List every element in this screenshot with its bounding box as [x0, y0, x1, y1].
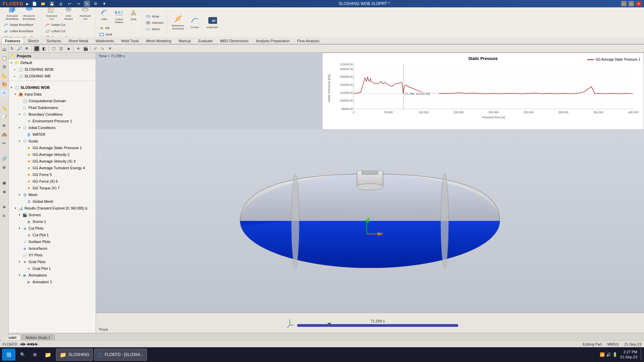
tab-mold-tools[interactable]: Mold Tools — [117, 38, 142, 44]
tree-fluid-sub[interactable]: ▸ ⬡ Fluid Subdomains — [9, 104, 96, 111]
swept-cut-btn[interactable]: Swept Cut — [44, 22, 93, 28]
start-button[interactable]: ⊞ — [2, 349, 15, 361]
tree-scene1[interactable]: ▸ ◉ Scene 1 — [9, 218, 96, 225]
note-icon[interactable]: 📝 — [1, 113, 8, 121]
tree-boundary-cond[interactable]: ▼ ⬡ Boundary Conditions — [9, 111, 96, 118]
wrap-btn[interactable]: Wrap — [144, 13, 165, 19]
snap-icon[interactable]: 🔗 — [1, 155, 8, 162]
tree-scenes[interactable]: ▼ 🎬 Scenes — [9, 212, 96, 218]
task2-icon[interactable]: ◈ — [1, 188, 8, 195]
qat-pointer[interactable]: ↖ — [84, 1, 90, 7]
tree-goal-1[interactable]: ▸ ★ GG Average Static Pressure 1 — [9, 144, 96, 151]
tab-motion-study[interactable]: Motion Study 1 — [21, 335, 55, 340]
tab-features[interactable]: Features — [1, 38, 24, 44]
lofted-cut-btn[interactable]: Lofted Cut — [44, 28, 93, 34]
show-desktop-btn[interactable] — [640, 349, 642, 361]
qat-dropdown[interactable]: ▼ — [101, 1, 107, 7]
intersect-btn[interactable]: Intersect — [144, 20, 165, 26]
qat-new[interactable]: 📄 — [32, 1, 38, 7]
revolved-boss-btn[interactable]: RevolvedBoss/Base — [21, 7, 37, 21]
qat-open[interactable]: 📂 — [40, 1, 46, 7]
swept-boss-btn[interactable]: Swept Boss/Base — [2, 22, 39, 28]
tab-markup[interactable]: Markup — [175, 38, 195, 44]
sloshing-wob-file[interactable]: ▸ ⬜ SLOSHING WOB — [9, 66, 96, 73]
lights-btn[interactable]: ☀ — [75, 45, 82, 52]
hole-wizard-btn[interactable]: HoleWizard — [60, 7, 76, 21]
view-icon[interactable]: 👁 — [23, 45, 30, 52]
arrow-icon[interactable]: ➤ — [1, 203, 8, 210]
tree-xy-plots[interactable]: ▸ 📈 XY Plots — [9, 252, 96, 258]
tree-water[interactable]: ▸ 💧 WATER — [9, 131, 96, 138]
tree-cut-plot1[interactable]: ▸ ◈ Cut Plot 1 — [9, 232, 96, 238]
tree-root[interactable]: ▼ ⬜ SLOSHING WOB — [9, 84, 96, 91]
measure-icon[interactable]: 📏 — [1, 105, 8, 112]
title-bar-arrow[interactable]: ▶ — [26, 2, 29, 6]
tree-goal-2[interactable]: ▸ ★ GG Average Velocity 2 — [9, 151, 96, 158]
mirror-btn[interactable]: Mirror — [144, 26, 165, 32]
scene-btn[interactable]: 🎬 — [82, 45, 89, 52]
wire-btn[interactable]: ⊡ — [58, 45, 64, 52]
tab-weldments[interactable]: Weldments — [92, 38, 118, 44]
tree-goal-3[interactable]: ▸ ★ GG Average Velocity (X) 3 — [9, 158, 96, 165]
tab-surfaces[interactable]: Surfaces — [43, 38, 65, 44]
file-explorer-btn[interactable]: 📁 — [41, 349, 55, 361]
tab-flow[interactable]: Flow Analysis — [293, 38, 323, 44]
render-icon[interactable]: 🎨 — [1, 80, 8, 88]
display-mode-btn[interactable]: ⬛ — [33, 45, 40, 52]
tree-goal-4[interactable]: ▸ ★ GG Average Turbulent Energy 4 — [9, 165, 96, 171]
tree-env-pressure[interactable]: ▸ ⊕ Environment Pressure 1 — [9, 118, 96, 124]
timeline-thumb[interactable] — [327, 323, 331, 325]
tree-goal-plot1[interactable]: ▸ ★ Goal Plot 1 — [9, 265, 96, 272]
zoom-icon[interactable]: 🔎 — [16, 45, 23, 52]
arrow2-icon[interactable]: ⊳ — [1, 212, 8, 219]
tab-mbd[interactable]: MBD Dimensions — [216, 38, 252, 44]
relation-icon[interactable]: ⊕ — [1, 164, 8, 171]
volume-icon[interactable]: 🔊 — [606, 352, 611, 357]
tree-goal-7[interactable]: ▸ ★ GG Torque (X) 7 — [9, 185, 96, 191]
tree-goal-6[interactable]: ▸ ★ GG Force (X) 6 — [9, 178, 96, 185]
draft-btn[interactable]: Draft — [127, 7, 140, 21]
qat-redo[interactable]: ↪ — [75, 1, 81, 7]
tab-sketch[interactable]: Sketch — [24, 38, 43, 44]
tree-goals[interactable]: ▼ ⬡ Goals — [9, 138, 96, 144]
tree-global-mesh[interactable]: ▸ ⊞ Global Mesh — [9, 198, 96, 205]
hide-icon[interactable]: 🙈 — [1, 131, 8, 138]
minimize-btn[interactable]: — — [621, 1, 627, 6]
qat-undo[interactable]: ↩ — [66, 1, 72, 7]
tree-animation1[interactable]: ▸ ▶ Animation 1 — [9, 279, 96, 285]
resize-btn[interactable]: ⤢ — [92, 45, 99, 52]
expand-btn[interactable]: ⤡ — [99, 45, 106, 52]
tree-results[interactable]: ▼ 📊 Results (Transient Explorer [0; 360.… — [9, 205, 96, 212]
task-view-btn[interactable]: ⊞ — [30, 349, 40, 361]
battery-icon[interactable]: 🔋 — [612, 352, 618, 357]
extruded-boss-btn[interactable]: ExtrudedBoss/Base — [4, 7, 20, 21]
taskbar-clock[interactable]: 2:27 PM 21-Sep-23 — [620, 350, 637, 360]
dim-expert-icon[interactable]: 📐 — [1, 72, 8, 79]
rotate-icon[interactable]: ↻ — [9, 45, 15, 52]
qat-save[interactable]: 💾 — [49, 1, 55, 7]
extruded-cut-btn[interactable]: ExtrudedCut — [44, 7, 60, 21]
qat-settings[interactable]: ⚙ — [93, 1, 99, 7]
shell-btn[interactable]: Shell — [98, 32, 140, 37]
tree-cut-plots[interactable]: ▼ ◈ Cut Plots — [9, 225, 96, 232]
boundary-cut-btn[interactable]: Boundary Cut ▼ — [44, 35, 93, 37]
sloshing-taskbar-btn[interactable]: 📁 SLOSHING — [56, 349, 93, 361]
sloshing-wb-file[interactable]: ▸ ⬜ SLOSHING WB — [9, 73, 96, 79]
qat-print[interactable]: 🖨 — [58, 1, 64, 7]
boundary-boss-btn[interactable]: Boundary Boss/Base — [2, 35, 39, 37]
tree-goal-plots[interactable]: ▼ ★ Goal Plots — [9, 258, 96, 265]
maximize-btn[interactable]: □ — [629, 1, 634, 6]
fillet-btn[interactable]: Fillet — [98, 7, 111, 21]
search-btn[interactable]: 🔍 — [17, 349, 29, 361]
tree-input-data[interactable]: ▼ 📥 Input Data — [9, 91, 96, 98]
edit-icon[interactable]: ✏ — [1, 139, 8, 147]
tree-surface-plots[interactable]: ▸ ◇ Surface Plots — [9, 238, 96, 245]
display2-btn[interactable]: ◧ — [41, 45, 47, 52]
shade-btn[interactable]: ⬡ — [50, 45, 57, 52]
lofted-boss-btn[interactable]: Lofted Boss/Base — [2, 28, 39, 34]
feature-manager-icon[interactable]: 🗂 — [1, 46, 8, 53]
floefd-taskbar-btn[interactable]: ⬡ FLOEFD - [SLOSHI... — [94, 349, 147, 361]
tree-animations[interactable]: ▼ ▶ Animations — [9, 272, 96, 279]
tree-goal-5[interactable]: ▸ ★ GG Force 5 — [9, 171, 96, 178]
config-manager-icon[interactable]: ⚙ — [1, 63, 8, 70]
